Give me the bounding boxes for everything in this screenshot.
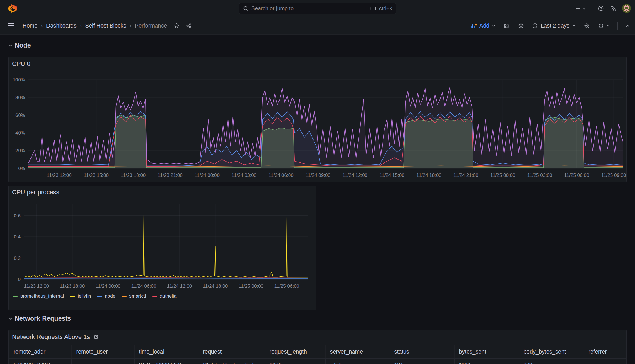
cpu-per-process-chart[interactable]: 00.20.40.611/23 12:0011/23 18:0011/24 00…: [9, 186, 316, 291]
x-axis-label: 11/23 18:00: [60, 283, 85, 289]
dashboard-settings-button[interactable]: [517, 22, 525, 30]
zoom-out-button[interactable]: [583, 22, 591, 30]
add-label: Add: [479, 23, 489, 29]
x-axis-label: 11/23 12:00: [47, 173, 72, 178]
column-header-remote_addr[interactable]: remote_addr: [9, 345, 71, 359]
legend-item-prometheus_internal[interactable]: prometheus_internal: [13, 293, 64, 299]
x-axis-label: 11/24 00:00: [194, 173, 220, 178]
y-axis-label: 0.2: [14, 256, 21, 261]
table-cell: jellyfin.example.com: [325, 359, 390, 364]
x-axis-label: 11/25 06:00: [564, 173, 589, 178]
legend-swatch: [122, 296, 127, 297]
new-menu-button[interactable]: [575, 5, 587, 12]
legend-label: prometheus_internal: [20, 293, 64, 299]
y-axis-label: 100%: [13, 77, 25, 82]
panel-title[interactable]: Network Requests Above 1s: [12, 333, 99, 341]
y-axis-label: 80%: [15, 95, 25, 100]
x-axis-label: 11/24 09:00: [305, 173, 330, 178]
table-row[interactable]: 192.168.50.10424/Nov/2023 06:0GET /notif…: [9, 359, 627, 364]
legend-swatch: [152, 296, 157, 297]
section-title: Network Requests: [15, 315, 71, 322]
breadcrumb-self-host-blocks[interactable]: Self Host Blocks: [85, 23, 126, 29]
chevron-down-icon: [572, 24, 576, 28]
share-button[interactable]: [185, 22, 192, 29]
clock-icon: [532, 23, 538, 29]
column-header-body_bytes_sent[interactable]: body_bytes_sent: [519, 345, 584, 359]
search-placeholder: Search or jump to...: [251, 5, 298, 12]
panel-cpu0[interactable]: CPU 0 0%20%40%60%80%100%11/23 12:0011/23…: [8, 57, 627, 182]
refresh-icon: [598, 23, 604, 29]
x-axis-label: 11/25 06:00: [274, 283, 299, 289]
breadcrumb-performance: Performance: [135, 23, 167, 29]
chevron-down-icon: [8, 44, 12, 48]
table-cell: GET /notifications/hub: [198, 359, 265, 364]
legend-item-node[interactable]: node: [97, 293, 115, 299]
collapse-topbar-button[interactable]: [625, 23, 630, 29]
chart-legend: prometheus_internaljellyfinnodesmartctla…: [13, 293, 176, 299]
section-row-node[interactable]: Node: [8, 42, 31, 49]
legend-item-authelia[interactable]: authelia: [152, 293, 177, 299]
x-axis-label: 11/23 15:00: [84, 173, 109, 178]
x-axis-label: 11/25 00:00: [239, 283, 264, 289]
column-header-time_local[interactable]: time_local: [134, 345, 198, 359]
y-axis-label: 0%: [18, 166, 25, 171]
legend-item-jellyfin[interactable]: jellyfin: [70, 293, 91, 299]
table-cell: [71, 359, 134, 364]
column-header-referrer[interactable]: referrer: [584, 345, 627, 359]
column-header-request[interactable]: request: [198, 345, 265, 359]
panel-cpu-per-process[interactable]: CPU per process 00.20.40.611/23 12:0011/…: [8, 186, 316, 310]
dashboard-toolbar: Home › Dashboards › Self Host Blocks › P…: [0, 17, 635, 35]
keyboard-icon: [370, 6, 376, 11]
x-axis-label: 11/25 00:00: [490, 173, 515, 178]
y-axis-label: 0: [18, 277, 21, 282]
add-panel-icon: [470, 23, 477, 28]
column-header-request_length[interactable]: request_length: [265, 345, 325, 359]
section-row-network-requests[interactable]: Network Requests: [8, 315, 71, 322]
table-cell: [584, 359, 627, 364]
breadcrumb-separator: ›: [129, 23, 131, 29]
x-axis-label: 11/23 21:00: [158, 173, 183, 178]
section-title: Node: [15, 42, 31, 49]
series-line-jellyfin: [24, 213, 308, 277]
refresh-button[interactable]: [598, 23, 610, 29]
breadcrumb-home[interactable]: Home: [23, 23, 37, 29]
legend-swatch: [70, 296, 75, 297]
table-cell: 192.168.50.104: [9, 359, 71, 364]
legend-swatch: [13, 296, 18, 297]
search-input[interactable]: Search or jump to... ctrl+k: [239, 3, 396, 14]
breadcrumb-dashboards[interactable]: Dashboards: [46, 23, 77, 29]
x-axis-label: 11/24 03:00: [232, 173, 257, 178]
cpu0-chart[interactable]: 0%20%40%60%80%100%11/23 12:0011/23 15:00…: [9, 57, 626, 182]
chevron-down-icon: [492, 24, 495, 28]
save-dashboard-button[interactable]: [503, 22, 510, 30]
help-button[interactable]: [597, 5, 605, 12]
x-axis-label: 11/25 09:00: [601, 173, 626, 178]
panel-network-requests-above-1s[interactable]: Network Requests Above 1s remote_addrrem…: [8, 330, 627, 364]
x-axis-label: 11/24 00:00: [96, 283, 121, 289]
legend-label: smartctl: [129, 293, 146, 299]
legend-swatch: [97, 296, 102, 297]
favorite-star-button[interactable]: [173, 22, 180, 29]
add-panel-button[interactable]: Add: [470, 23, 495, 29]
column-header-bytes_sent[interactable]: bytes_sent: [454, 345, 519, 359]
column-header-remote_user[interactable]: remote_user: [71, 345, 134, 359]
column-header-server_name[interactable]: server_name: [325, 345, 390, 359]
news-rss-button[interactable]: [610, 5, 617, 12]
table-cell: 278: [519, 359, 584, 364]
time-range-picker[interactable]: Last 2 days: [532, 23, 576, 29]
x-axis-label: 11/24 21:00: [453, 173, 479, 178]
external-link-icon[interactable]: [93, 334, 99, 340]
legend-item-smartctl[interactable]: smartctl: [122, 293, 146, 299]
x-axis-label: 11/24 12:00: [167, 283, 192, 289]
search-shortcut: ctrl+k: [379, 5, 392, 12]
time-range-label: Last 2 days: [541, 23, 569, 29]
user-avatar[interactable]: [622, 4, 631, 13]
top-navigation-bar: Search or jump to... ctrl+k: [0, 0, 635, 17]
menu-toggle-button[interactable]: [8, 23, 14, 28]
x-axis-label: 11/24 18:00: [203, 283, 228, 289]
legend-label: authelia: [160, 293, 177, 299]
x-axis-label: 11/24 06:00: [269, 173, 294, 178]
column-header-status[interactable]: status: [390, 345, 454, 359]
grafana-logo[interactable]: [7, 3, 18, 14]
x-axis-label: 11/24 12:00: [343, 173, 368, 178]
